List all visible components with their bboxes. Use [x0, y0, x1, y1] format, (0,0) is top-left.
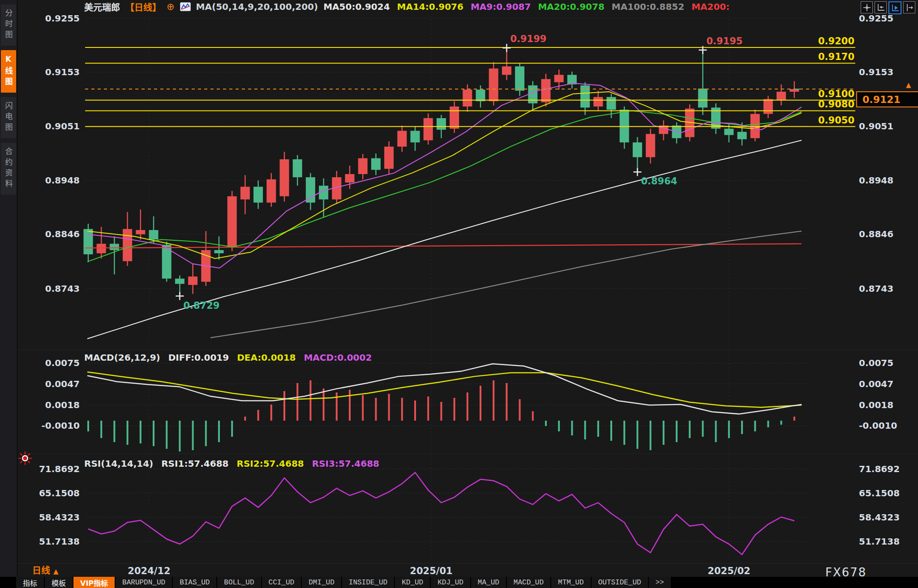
svg-text:0.9051: 0.9051 — [859, 121, 893, 132]
svg-text:0.0075: 0.0075 — [859, 358, 893, 368]
pan-right-icon[interactable] — [903, 1, 915, 13]
svg-text:65.1508: 65.1508 — [859, 488, 900, 499]
svg-text:0.8948: 0.8948 — [45, 175, 80, 186]
ma-value-1: MA14:0.9076 — [397, 1, 463, 12]
tab-vip指标[interactable]: VIP指标 — [73, 577, 116, 588]
macd-header-value-0: DIFF:0.0019 — [168, 352, 229, 363]
svg-text:0.9200: 0.9200 — [818, 36, 854, 47]
axis-measure-icon[interactable] — [875, 1, 887, 13]
tab-kdj-ud[interactable]: KDJ_UD — [431, 577, 471, 588]
tab-cci-ud[interactable]: CCI_UD — [262, 577, 302, 588]
svg-text:0.8948: 0.8948 — [859, 175, 893, 186]
svg-text:0.9170: 0.9170 — [818, 51, 854, 62]
sidebar-item-2[interactable]: 闪电图 — [1, 97, 16, 138]
candle-body — [554, 75, 564, 82]
svg-text:-0.0010: -0.0010 — [42, 420, 80, 431]
svg-text:2024/12: 2024/12 — [128, 566, 170, 576]
hot-indicator-icon[interactable] — [18, 451, 32, 467]
svg-text:0.0018: 0.0018 — [859, 400, 893, 410]
candle-body — [371, 158, 381, 170]
macd-header: MACD(26,12,9)DIFF:0.0019DEA:0.0018MACD:0… — [84, 352, 372, 363]
svg-text:0.0047: 0.0047 — [45, 379, 80, 389]
candle-body — [541, 79, 551, 102]
macd-header-value-2: MACD:0.0002 — [304, 352, 372, 363]
left-sidebar: 分时图K线图闪电图合约资料 — [0, 0, 17, 588]
sidebar-item-0[interactable]: 分时图 — [1, 4, 16, 46]
sidebar-item-1[interactable]: K线图 — [1, 50, 16, 93]
candle-body — [293, 159, 302, 177]
candle-body — [358, 158, 368, 174]
main-chart-canvas[interactable]: 0.92550.92550.91530.91530.90510.90510.89… — [0, 0, 918, 588]
macd-header-title: MACD(26,12,9) — [84, 352, 160, 363]
svg-text:71.8692: 71.8692 — [859, 464, 900, 474]
tab-mtm-ud[interactable]: MTM_UD — [551, 577, 592, 588]
axis-play-icon[interactable] — [888, 1, 901, 14]
chart-background — [0, 0, 918, 588]
sidebar-item-3[interactable]: 合约资料 — [1, 143, 16, 195]
candle-body — [84, 229, 93, 255]
tab-bias-ud[interactable]: BIAS_UD — [173, 577, 217, 588]
tab-inside-ud[interactable]: INSIDE_UD — [342, 577, 395, 588]
candle-body — [280, 159, 289, 196]
candle-body — [633, 142, 642, 157]
candle-body — [450, 107, 459, 129]
candle-body — [306, 177, 315, 203]
chart-toolbar — [861, 1, 915, 14]
svg-text:0.9195: 0.9195 — [706, 36, 742, 47]
candle-body — [764, 99, 773, 114]
candle-body — [476, 89, 485, 101]
candle-body — [502, 66, 511, 75]
svg-text:0.9100: 0.9100 — [818, 89, 854, 99]
candle-body — [411, 131, 420, 142]
svg-text:-0.0010: -0.0010 — [859, 420, 897, 431]
candle-body — [593, 97, 603, 107]
period-tag[interactable]: 【日线】 — [125, 0, 161, 13]
current-price-value: 0.9121 — [862, 94, 901, 105]
ma-value-2: MA9:0.9087 — [471, 1, 531, 12]
timeframe-label: 日线 — [32, 565, 50, 576]
svg-text:0.0047: 0.0047 — [859, 379, 893, 389]
chart-header: 美元瑞郎 【日线】 ⊕ MA(50,14,9,20,100,200) MA50:… — [17, 0, 918, 13]
tab-boll-ud[interactable]: BOLL_UD — [217, 577, 262, 588]
candle-body — [253, 187, 263, 202]
svg-text:58.4323: 58.4323 — [859, 512, 900, 523]
timeframe-selector[interactable]: 日线 ▲ — [32, 563, 59, 576]
tab-模板[interactable]: 模板 — [45, 577, 73, 588]
ma-values-group: MA50:0.9024MA14:0.9076MA9:0.9087MA20:0.9… — [323, 1, 729, 12]
rsi-header-value-1: RSI2:57.4688 — [236, 458, 304, 469]
candle-body — [751, 114, 760, 138]
tabbar-filler — [672, 577, 918, 588]
ma-value-0: MA50:0.9024 — [323, 1, 390, 12]
candle-body — [567, 75, 577, 84]
rsi-header-value-2: RSI3:57.4688 — [312, 458, 379, 469]
tab-ma-ud[interactable]: MA_UD — [471, 577, 507, 588]
tab-指标[interactable]: 指标 — [16, 577, 45, 588]
candle-body — [397, 131, 407, 146]
svg-text:0.9199: 0.9199 — [510, 34, 546, 44]
tab-kd-ud[interactable]: KD_UD — [395, 577, 431, 588]
candle-body — [175, 279, 184, 284]
candle-body — [149, 230, 159, 239]
candle-body — [97, 244, 106, 253]
rsi-header-title: RSI(14,14,14) — [84, 458, 153, 469]
candle-body — [266, 179, 276, 203]
tab-dmi-ud[interactable]: DMI_UD — [302, 577, 342, 588]
svg-text:2025/01: 2025/01 — [410, 566, 452, 576]
candle-body — [424, 118, 433, 141]
tab-barupdn-ud[interactable]: BARUPDN_UD — [116, 577, 173, 588]
mini-chart-icon[interactable] — [180, 1, 191, 12]
move-icon[interactable] — [861, 1, 873, 13]
svg-text:58.4323: 58.4323 — [39, 512, 80, 523]
add-overlay-icon[interactable]: ⊕ — [167, 2, 175, 12]
svg-text:65.1508: 65.1508 — [39, 488, 80, 499]
candle-body — [188, 277, 197, 285]
current-price-tag: 0.9121 — [856, 91, 918, 107]
tab-macd-ud[interactable]: MACD_UD — [507, 577, 551, 588]
candle-body — [384, 147, 394, 169]
ma-settings-label: MA(50,14,9,20,100,200) — [196, 1, 318, 12]
tab--[interactable]: >> — [649, 577, 672, 588]
symbol-title: 美元瑞郎 — [84, 0, 120, 13]
candle-body — [698, 89, 708, 107]
price-up-arrow-icon: ▲ — [906, 81, 911, 89]
tab-outside-ud[interactable]: OUTSIDE_UD — [592, 577, 649, 588]
